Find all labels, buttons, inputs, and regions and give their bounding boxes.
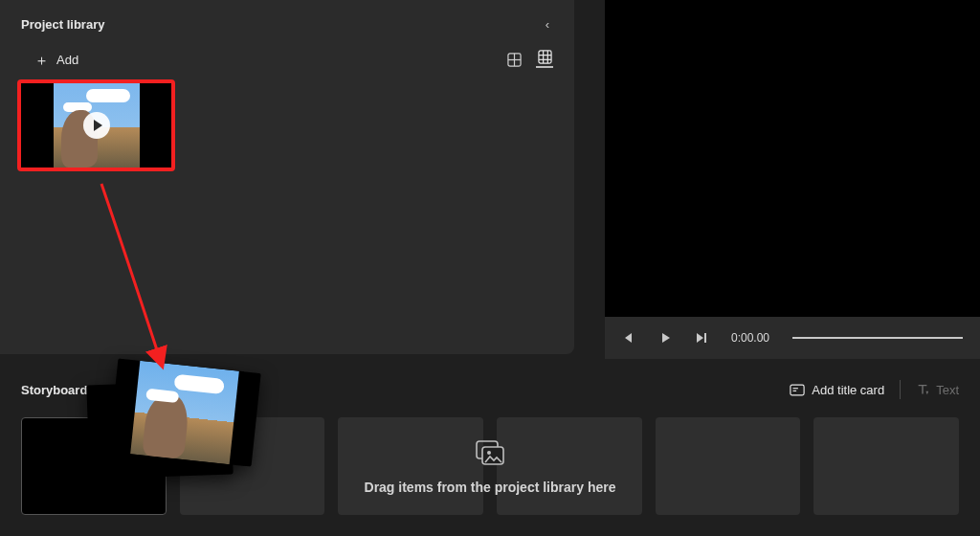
svg-marker-10 — [697, 333, 703, 343]
view-large-grid-button[interactable] — [505, 51, 523, 68]
project-library-panel: Project library ‹ ＋ Add — [0, 0, 574, 354]
view-small-grid-button[interactable] — [536, 51, 553, 68]
svg-rect-3 — [538, 51, 550, 63]
plus-icon: ＋ — [34, 53, 49, 67]
large-grid-icon — [507, 53, 522, 67]
svg-point-17 — [487, 451, 491, 455]
storyboard-track[interactable]: Drag items from the project library here — [21, 417, 959, 515]
svg-marker-9 — [662, 333, 670, 343]
storyboard-slot[interactable] — [656, 417, 801, 515]
text-icon — [916, 383, 929, 396]
storyboard-panel: Storyboard Add title card Text — [0, 369, 980, 536]
timecode: 0:00.00 — [731, 331, 769, 345]
add-media-button[interactable]: ＋ Add — [34, 53, 78, 67]
title-card-icon — [790, 384, 805, 396]
text-tool-label: Text — [936, 383, 959, 397]
library-video-clip[interactable] — [17, 79, 175, 171]
play-button[interactable] — [658, 332, 672, 344]
action-divider — [900, 380, 901, 399]
next-frame-button[interactable] — [695, 332, 708, 344]
storyboard-slot[interactable] — [497, 417, 642, 515]
storyboard-slot[interactable] — [813, 417, 959, 515]
storyboard-title: Storyboard — [21, 383, 87, 397]
storyboard-slot[interactable] — [21, 417, 167, 515]
svg-rect-11 — [704, 333, 706, 343]
step-back-icon — [623, 332, 635, 344]
step-forward-icon — [695, 332, 708, 344]
add-media-label: Add — [56, 53, 78, 67]
svg-marker-8 — [625, 333, 632, 343]
storyboard-slot[interactable] — [338, 417, 483, 515]
previous-frame-button[interactable] — [622, 332, 635, 344]
preview-screen[interactable] — [605, 0, 980, 317]
small-grid-icon — [538, 50, 552, 64]
play-overlay-icon — [83, 112, 110, 139]
svg-rect-12 — [791, 385, 804, 395]
add-title-card-button[interactable]: Add title card — [790, 383, 884, 397]
project-library-title: Project library — [21, 17, 104, 32]
chevron-left-icon: ‹ — [546, 17, 549, 32]
seek-bar[interactable] — [792, 337, 963, 339]
storyboard-slot[interactable] — [180, 417, 325, 515]
playback-bar: 0:00.00 — [605, 317, 980, 359]
add-title-card-label: Add title card — [812, 383, 884, 397]
library-view-toggle — [505, 51, 553, 68]
play-icon — [659, 332, 671, 344]
text-tool-button: Text — [916, 383, 959, 397]
preview-panel: 0:00.00 — [605, 0, 980, 359]
collapse-panel-button[interactable]: ‹ — [542, 13, 553, 35]
